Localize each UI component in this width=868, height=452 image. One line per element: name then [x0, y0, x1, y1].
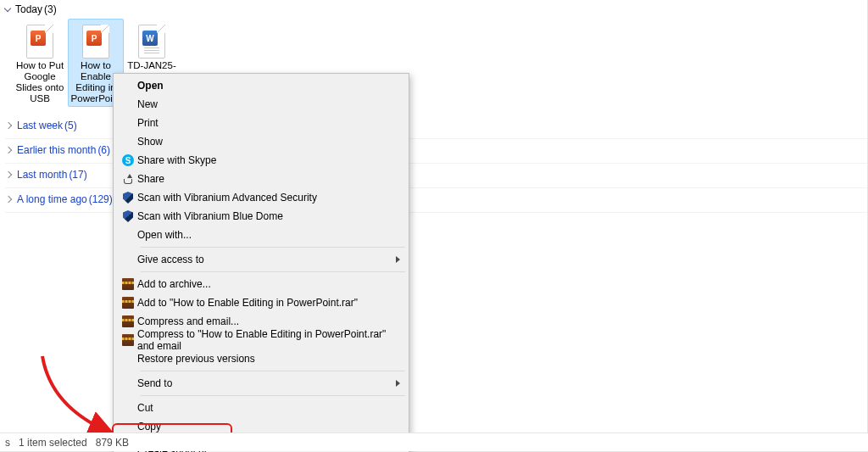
chevron-right-icon	[5, 170, 14, 179]
menu-compress-to-email[interactable]: Compress to "How to Enable Editing in Po…	[115, 331, 407, 349]
group-label: Today	[15, 3, 42, 15]
menu-send-to[interactable]: Send to	[115, 374, 407, 393]
status-selected: 1 item selected	[19, 437, 87, 449]
group-count: (17)	[69, 169, 86, 181]
menu-scan-bluedome[interactable]: Scan with Vibranium Blue Dome	[115, 207, 407, 226]
powerpoint-icon: P	[14, 23, 65, 60]
group-label: Earlier this month	[17, 144, 96, 156]
chevron-right-icon	[5, 121, 14, 130]
archive-icon	[122, 278, 134, 290]
file-explorer-pane: Today (3) P How to Put Google Slides ont…	[0, 0, 868, 452]
menu-show[interactable]: Show	[115, 132, 407, 151]
group-header-today[interactable]: Today (3)	[0, 0, 867, 17]
menu-separator	[141, 247, 405, 248]
shield-icon	[123, 210, 133, 222]
file-item[interactable]: W TD-JAN25-	[124, 19, 180, 74]
archive-icon	[122, 315, 134, 327]
powerpoint-icon: P	[70, 23, 121, 60]
menu-cut[interactable]: Cut	[115, 399, 407, 417]
menu-restore-versions[interactable]: Restore previous versions	[115, 349, 407, 368]
file-item[interactable]: P How to Put Google Slides onto USB Driv…	[12, 19, 68, 108]
menu-share-skype[interactable]: S Share with Skype	[115, 151, 407, 170]
menu-open-with[interactable]: Open with...	[115, 226, 407, 244]
file-label: TD-JAN25-	[126, 60, 177, 71]
menu-add-to-rar[interactable]: Add to "How to Enable Editing in PowerPo…	[115, 293, 407, 312]
chevron-right-icon	[5, 146, 14, 154]
chevron-right-icon	[396, 256, 400, 263]
file-label: How to Put Google Slides onto USB Drive.…	[14, 60, 65, 105]
group-label: Last week	[17, 120, 63, 131]
shield-icon	[123, 192, 133, 204]
menu-add-archive[interactable]: Add to archive...	[115, 275, 407, 293]
group-count: (6)	[97, 144, 110, 156]
menu-open[interactable]: Open	[115, 76, 407, 95]
group-count: (129)	[89, 193, 113, 205]
menu-new[interactable]: New	[115, 95, 407, 114]
status-size: 879 KB	[96, 437, 129, 449]
group-label: Last month	[17, 169, 67, 181]
menu-separator	[141, 271, 405, 272]
menu-separator	[141, 395, 405, 396]
archive-icon	[122, 334, 134, 346]
menu-print[interactable]: Print	[115, 114, 407, 132]
share-icon	[122, 173, 134, 185]
menu-scan-advanced[interactable]: Scan with Vibranium Advanced Security	[115, 188, 407, 207]
menu-share[interactable]: Share	[115, 170, 407, 188]
chevron-down-icon	[3, 5, 12, 14]
skype-icon: S	[122, 154, 134, 166]
menu-give-access[interactable]: Give access to	[115, 250, 407, 269]
group-count: (3)	[44, 3, 57, 15]
archive-icon	[122, 297, 134, 309]
group-count: (5)	[64, 120, 77, 131]
chevron-right-icon	[5, 195, 14, 204]
chevron-right-icon	[396, 380, 400, 387]
status-text: s	[5, 437, 10, 449]
context-menu: Open New Print Show S Share with Skype S…	[113, 73, 409, 452]
menu-separator	[141, 371, 405, 371]
word-icon: W	[126, 23, 177, 60]
group-label: A long time ago	[17, 193, 87, 205]
status-bar: s 1 item selected 879 KB	[0, 432, 868, 451]
